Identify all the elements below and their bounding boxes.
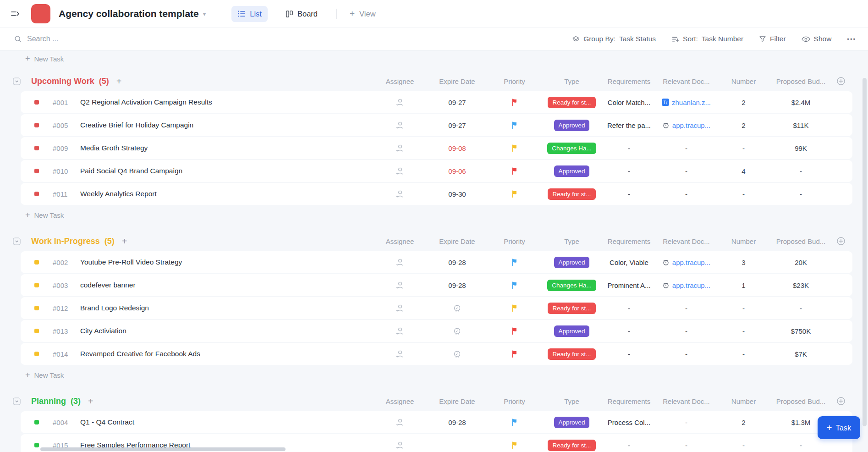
column-header[interactable]: Priority [486,397,543,405]
column-header[interactable]: Expire Date [429,397,486,405]
column-header[interactable]: Priority [486,77,543,85]
collapse-group-icon[interactable] [13,77,21,85]
doc-link[interactable]: - [685,419,687,426]
type-badge[interactable]: Ready for st... [548,440,595,451]
type-cell[interactable]: Approved [543,417,600,428]
search-input[interactable] [26,34,220,44]
type-cell[interactable]: Ready for st... [543,348,600,360]
column-header[interactable]: Assignee [371,77,429,85]
relevant-doc-cell[interactable]: - [658,419,715,426]
budget-cell[interactable]: $2.4M [772,99,830,106]
expire-date-cell[interactable]: 09-27 [429,121,486,129]
type-cell[interactable]: Ready for st... [543,303,600,314]
relevant-doc-cell[interactable]: app.tracup... [658,121,715,129]
show-button[interactable]: Show [802,35,832,43]
number-cell[interactable]: 2 [715,419,772,426]
more-options-button[interactable]: ••• [847,36,856,43]
add-column-icon[interactable] [830,237,852,246]
add-assignee-icon[interactable] [395,326,405,336]
priority-cell[interactable] [486,190,543,198]
priority-cell[interactable] [486,327,543,335]
number-cell[interactable]: - [715,441,772,449]
type-badge[interactable]: Approved [554,120,590,131]
priority-cell[interactable] [486,441,543,449]
add-view-button[interactable]: + View [350,9,376,19]
new-task-button[interactable]: + New Task [25,370,64,380]
priority-cell[interactable] [486,304,543,312]
task-row[interactable]: #011 Weekly Analytics Report 09-30 Ready… [21,183,852,205]
task-row[interactable]: #014 Revamped Creative for Facebook Ads … [21,343,852,365]
column-header[interactable]: Requirements [600,397,658,405]
budget-cell[interactable]: 99K [772,144,830,152]
type-badge[interactable]: Approved [554,325,590,337]
column-header[interactable]: Expire Date [429,77,486,85]
add-column-icon[interactable] [830,77,852,86]
requirements-cell[interactable]: - [600,304,658,312]
type-badge[interactable]: Changes Ha... [547,280,596,291]
relevant-doc-cell[interactable]: zhuanlan.z... [658,99,715,106]
task-title[interactable]: Brand Logo Redesign [80,304,149,312]
column-header[interactable]: Priority [486,237,543,245]
requirements-cell[interactable]: - [600,144,658,152]
column-header[interactable]: Relevant Doc... [658,397,715,405]
task-title[interactable]: codefever banner [80,281,136,289]
column-header[interactable]: Number [715,397,772,405]
type-badge[interactable]: Ready for st... [548,303,595,314]
column-header[interactable]: Type [543,397,600,405]
new-task-button[interactable]: + New Task [25,54,64,64]
add-assignee-icon[interactable] [395,258,405,267]
number-cell[interactable]: - [715,144,772,152]
add-assignee-icon[interactable] [395,281,405,290]
expire-date-cell[interactable] [429,327,486,336]
type-cell[interactable]: Ready for st... [543,188,600,200]
task-title[interactable]: Revamped Creative for Facebook Ads [80,350,200,358]
type-cell[interactable]: Approved [543,120,600,131]
task-row[interactable]: #004 Q1 - Q4 Contract 09-28 Approved Pro… [21,411,852,433]
budget-cell[interactable]: $23K [772,281,830,289]
add-assignee-icon[interactable] [395,143,405,153]
expire-date-cell[interactable] [429,350,486,358]
task-row[interactable]: #001 Q2 Regional Activation Campaign Res… [21,91,852,113]
column-header[interactable]: Assignee [371,237,429,245]
expire-date-cell[interactable]: 09-28 [429,259,486,266]
budget-cell[interactable]: - [772,190,830,198]
doc-link[interactable]: - [685,144,687,152]
requirements-cell[interactable]: Process Col... [600,419,658,426]
add-assignee-icon[interactable] [395,166,405,176]
expire-date-cell[interactable]: 09-30 [429,190,486,198]
column-header[interactable]: Proposed Bud... [772,77,830,85]
doc-link[interactable]: - [685,167,687,175]
add-assignee-icon[interactable] [395,303,405,313]
type-cell[interactable]: Approved [543,165,600,177]
assignee-cell[interactable] [371,258,429,267]
number-cell[interactable]: 2 [715,99,772,106]
column-header[interactable]: Proposed Bud... [772,237,830,245]
chevron-down-icon[interactable]: ▾ [203,11,206,17]
new-task-button[interactable]: + New Task [25,210,64,220]
add-task-to-group-icon[interactable]: + [116,76,122,87]
doc-link[interactable]: app.tracup... [672,259,710,266]
add-assignee-icon[interactable] [395,189,405,199]
horizontal-scrollbar[interactable] [40,447,286,451]
type-badge[interactable]: Ready for st... [548,97,595,108]
task-row[interactable]: #012 Brand Logo Redesign Ready for st...… [21,297,852,319]
assignee-cell[interactable] [371,349,429,359]
task-title[interactable]: Paid Social Q4 Brand Campaign [80,167,182,175]
priority-cell[interactable] [486,418,543,426]
budget-cell[interactable]: - [772,304,830,312]
type-badge[interactable]: Ready for st... [548,348,595,360]
relevant-doc-cell[interactable]: - [658,144,715,152]
relevant-doc-cell[interactable]: - [658,190,715,198]
task-row[interactable]: #005 Creative Brief for Holiday Campagin… [21,114,852,136]
requirements-cell[interactable]: - [600,167,658,175]
number-cell[interactable]: - [715,350,772,358]
column-header[interactable]: Requirements [600,77,658,85]
type-cell[interactable]: Changes Ha... [543,143,600,154]
type-cell[interactable]: Approved [543,325,600,337]
relevant-doc-cell[interactable]: - [658,327,715,335]
budget-cell[interactable]: - [772,441,830,449]
task-row[interactable]: #010 Paid Social Q4 Brand Campaign 09-06… [21,160,852,182]
assignee-cell[interactable] [371,441,429,450]
group-title[interactable]: Work In-Progress [31,237,100,246]
collapse-group-icon[interactable] [13,237,21,245]
